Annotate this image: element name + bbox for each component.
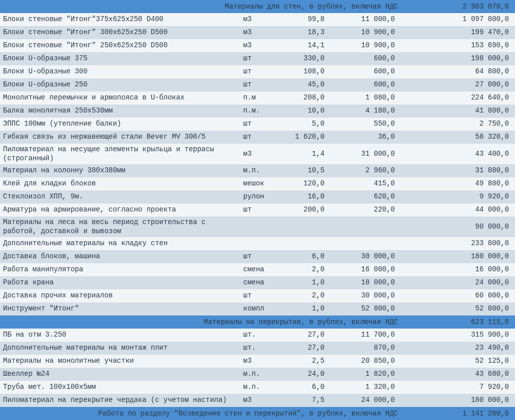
table-row: Блоки U-образные 250шт45,0600,027 000,0	[0, 78, 515, 91]
section-header: Работа по разделу "Возведение стен и пер…	[0, 407, 515, 420]
table-row: Пиломатериал на несущие элементы крыльца…	[0, 144, 515, 164]
table-row: Дополнительные материалы на кладку стен2…	[0, 237, 515, 250]
item-price: 600,0	[334, 80, 404, 89]
item-qty: 7,5	[278, 396, 334, 405]
item-unit: мешок	[238, 179, 278, 188]
item-name: Гибкая связь из нержавеющей стали Bever …	[2, 133, 238, 142]
table-row: Блоки U-образные 375шт330,0600,0198 000,…	[0, 52, 515, 65]
item-unit: шт	[238, 133, 278, 142]
item-unit: шт	[238, 205, 278, 215]
item-qty: 5,0	[278, 120, 334, 129]
item-name: Швеллер №24	[2, 370, 238, 379]
item-name: Материал на колонну 380x380мм	[2, 166, 238, 175]
item-unit: м3	[238, 15, 278, 24]
item-total: 224 640,0	[404, 93, 513, 102]
item-qty: 6,0	[278, 252, 334, 261]
item-name: Материалы на леса на весь период строите…	[2, 218, 238, 236]
item-name: Блоки стеновые "Итонг" 300x625x250 D500	[2, 28, 238, 37]
section-header: Материалы для стен, в рублях, включая НД…	[0, 0, 515, 13]
item-total: 1 097 800,0	[404, 15, 513, 24]
item-price: 11 700,0	[334, 331, 404, 340]
item-name: Материалы на монолитные участки	[2, 357, 238, 366]
item-name: Пиломатериал на перекрытие чердака (с уч…	[2, 396, 238, 405]
item-qty: 6,0	[278, 383, 334, 392]
table-row: Работа кранасмена1,018 000,024 000,0	[0, 276, 515, 289]
item-price: 30 000,0	[334, 252, 404, 261]
item-total: 7 920,0	[404, 383, 513, 392]
item-total: 43 400,0	[404, 150, 513, 159]
item-total: 23 490,0	[404, 344, 513, 353]
item-name: Блоки стеновые "Итонг"375x625x250 D400	[2, 15, 238, 24]
item-total: 52 800,0	[404, 304, 513, 313]
table-row: Материалы на леса на весь период строите…	[0, 217, 515, 237]
item-unit: шт	[238, 291, 278, 300]
item-total: 2 750,0	[404, 120, 513, 129]
item-name: Блоки U-образные 375	[2, 54, 238, 63]
item-price: 870,0	[334, 344, 404, 353]
item-qty: 1,4	[278, 150, 334, 159]
item-price: 36,0	[334, 133, 404, 142]
item-name: ПБ на отм 3.250	[2, 331, 238, 340]
table-row: Материал на колонну 380x380ммм.п.10,52 9…	[0, 164, 515, 177]
item-qty: 27,0	[278, 344, 334, 353]
table-row: Блоки стеновые "Итонг"375x625x250 D400м3…	[0, 13, 515, 26]
table-row: Монолитные перемычки и армопояса в U-бло…	[0, 91, 515, 104]
item-name: Дополнительные материалы на кладку стен	[2, 239, 238, 248]
item-price: 220,0	[334, 205, 404, 215]
table-row: ПБ на отм 3.250шт.27,011 700,0315 900,0	[0, 329, 515, 342]
item-qty: 1 620,0	[278, 133, 334, 142]
section-title: Материалы на перекрытия, в рублях, включ…	[2, 318, 404, 326]
item-qty: 27,0	[278, 331, 334, 340]
item-unit: шт.	[238, 344, 278, 353]
item-total: 90 000,0	[404, 223, 513, 232]
item-total: 58 320,0	[404, 133, 513, 142]
item-price: 18 000,0	[334, 278, 404, 287]
item-name: Балка монолитная 250x530мм	[2, 107, 238, 116]
item-qty: 10,0	[278, 107, 334, 116]
item-name: Работа манипулятора	[2, 265, 238, 274]
table-row: Доставка блоков, машинашт6,030 000,0180 …	[0, 250, 515, 263]
item-qty: 99,8	[278, 15, 334, 24]
item-unit: м3	[238, 41, 278, 50]
item-price: 620,0	[334, 192, 404, 201]
item-total: 180 000,0	[404, 396, 513, 405]
item-price: 24 000,0	[334, 396, 404, 405]
item-name: Дополнительные материалы на монтаж плит	[2, 344, 238, 353]
item-unit: м.п.	[238, 370, 278, 379]
item-unit: рулон	[238, 192, 278, 201]
item-unit: п.м	[238, 93, 278, 102]
item-qty: 120,0	[278, 179, 334, 188]
item-qty: 10,5	[278, 166, 334, 175]
item-name: Клей для кладки блоков	[2, 179, 238, 188]
section-header: Материалы на перекрытия, в рублях, включ…	[0, 316, 515, 329]
item-qty: 330,0	[278, 54, 334, 63]
item-qty: 16,0	[278, 192, 334, 201]
item-name: Доставка блоков, машина	[2, 252, 238, 261]
item-name: Инструмент "Итонг"	[2, 304, 238, 313]
item-total: 9 920,0	[404, 192, 513, 201]
item-name: Пиломатериал на несущие элементы крыльца…	[2, 145, 238, 163]
item-price: 16 000,0	[334, 265, 404, 274]
item-price: 52 800,0	[334, 304, 404, 313]
estimate-table: Материалы для стен, в рублях, включая НД…	[0, 0, 515, 420]
table-row: Блоки стеновые "Итонг" 300x625x250 D500м…	[0, 26, 515, 39]
table-row: Пиломатериал на перекрытие чердака (с уч…	[0, 394, 515, 407]
table-row: Блоки стеновые "Итонг" 250x625x250 D500м…	[0, 39, 515, 52]
item-unit: шт.	[238, 331, 278, 340]
item-name: Блоки U-образные 250	[2, 80, 238, 89]
item-total: 60 000,0	[404, 291, 513, 300]
item-total: 24 000,0	[404, 278, 513, 287]
section-total: 1 141 260,0	[404, 409, 513, 417]
item-qty: 2,0	[278, 291, 334, 300]
item-unit: шт	[238, 67, 278, 76]
table-row: Клей для кладки блоковмешок120,0415,049 …	[0, 177, 515, 190]
table-row: Стеклоизол ХПП, 9м.рулон16,0620,09 920,0	[0, 190, 515, 203]
item-qty: 2,0	[278, 265, 334, 274]
item-price: 10 900,0	[334, 41, 404, 50]
item-unit: шт	[238, 80, 278, 89]
item-total: 52 125,0	[404, 357, 513, 366]
item-price: 415,0	[334, 179, 404, 188]
item-qty: 18,3	[278, 28, 334, 37]
item-unit: м3	[238, 396, 278, 405]
item-total: 180 000,0	[404, 252, 513, 261]
